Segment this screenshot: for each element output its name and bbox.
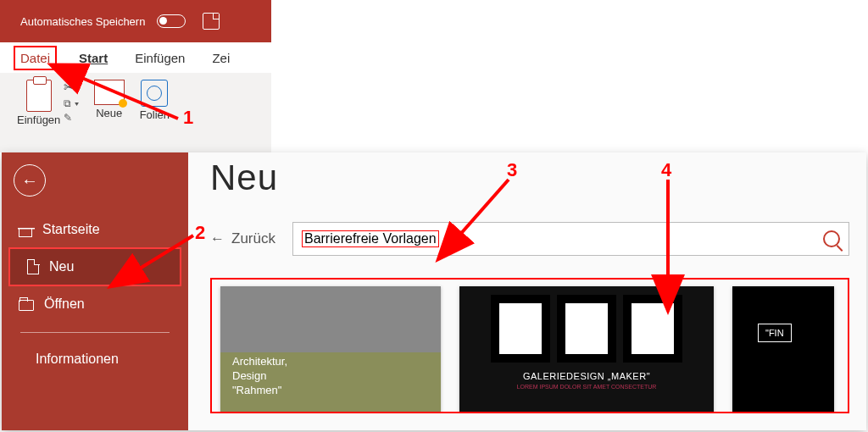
search-value: Barrierefreie Vorlagen	[302, 230, 439, 247]
search-back[interactable]: ← Zurück	[210, 230, 275, 247]
sidebar-item-neu[interactable]: Neu	[8, 247, 181, 286]
slides-label: Folien	[140, 108, 170, 121]
template-title: "FIN	[758, 324, 792, 342]
clipboard-icon	[26, 80, 52, 112]
new-slide-button[interactable]: Neue	[94, 80, 125, 119]
tab-start[interactable]: Start	[74, 47, 113, 69]
search-icon[interactable]	[823, 230, 840, 247]
gallery-frames	[491, 295, 682, 363]
template-title: Architektur, Design "Rahmen"	[232, 355, 287, 398]
sidebar-label: Öffnen	[44, 296, 85, 312]
format-painter-icon[interactable]: ✎	[64, 112, 78, 124]
paste-button[interactable]: Einfügen	[17, 80, 60, 126]
template-card-fin[interactable]: "FIN	[732, 286, 834, 413]
template-search[interactable]: Barrierefreie Vorlagen	[292, 222, 849, 256]
sidebar-label: Informationen	[36, 352, 119, 367]
sidebar-label: Neu	[49, 259, 74, 274]
template-card-rahmen[interactable]: Architektur, Design "Rahmen"	[220, 286, 441, 413]
document-icon	[27, 259, 39, 274]
search-input[interactable]	[439, 230, 823, 249]
backstage-sidebar: ← Startseite Neu Öffnen Informationen	[2, 152, 188, 430]
template-results: Architektur, Design "Rahmen" GALERIEDESI…	[210, 278, 849, 413]
sidebar-divider	[20, 332, 170, 333]
tab-zeichnen[interactable]: Zei	[207, 47, 235, 69]
backstage-panel: ← Startseite Neu Öffnen Informationen Ne…	[2, 152, 866, 430]
cut-icon[interactable]: ✂	[64, 80, 78, 95]
page-title: Neu	[210, 158, 849, 198]
sidebar-item-informationen[interactable]: Informationen	[2, 341, 188, 377]
arrow-left-icon: ←	[210, 230, 225, 247]
clipboard-side: ✂ ⧉ ▾ ✎	[64, 80, 78, 124]
back-button[interactable]: ←	[14, 164, 46, 197]
slides-icon	[141, 80, 168, 107]
search-back-label: Zurück	[231, 230, 275, 247]
autosave-label: Automatisches Speichern	[20, 15, 145, 28]
home-icon	[19, 227, 32, 237]
arrow-left-icon: ←	[21, 171, 38, 191]
sidebar-item-oeffnen[interactable]: Öffnen	[2, 286, 188, 322]
new-slide-icon	[94, 80, 125, 105]
sidebar-label: Startseite	[42, 222, 100, 237]
template-title: GALERIEDESIGN „MAKER"	[523, 371, 650, 381]
ribbon: Einfügen ✂ ⧉ ▾ ✎ Neue Folien	[0, 73, 271, 152]
tab-datei[interactable]: Datei	[14, 46, 57, 70]
save-icon[interactable]	[203, 13, 220, 30]
sidebar-item-startseite[interactable]: Startseite	[2, 212, 188, 247]
autosave-toggle[interactable]	[157, 14, 186, 28]
new-slide-label: Neue	[96, 107, 122, 119]
tab-einfuegen[interactable]: Einfügen	[130, 47, 190, 69]
template-card-maker[interactable]: GALERIEDESIGN „MAKER" LOREM IPSUM DOLOR …	[459, 286, 714, 413]
backstage-main: Neu ← Zurück Barrierefreie Vorlagen Arch…	[188, 152, 866, 430]
slides-button[interactable]: Folien	[140, 80, 170, 121]
folder-icon	[19, 300, 34, 311]
paste-label: Einfügen	[17, 114, 60, 126]
copy-icon[interactable]: ⧉ ▾	[64, 97, 78, 109]
ribbon-tabs: Datei Start Einfügen Zei	[0, 42, 271, 73]
titlebar: Automatisches Speichern	[0, 0, 271, 42]
